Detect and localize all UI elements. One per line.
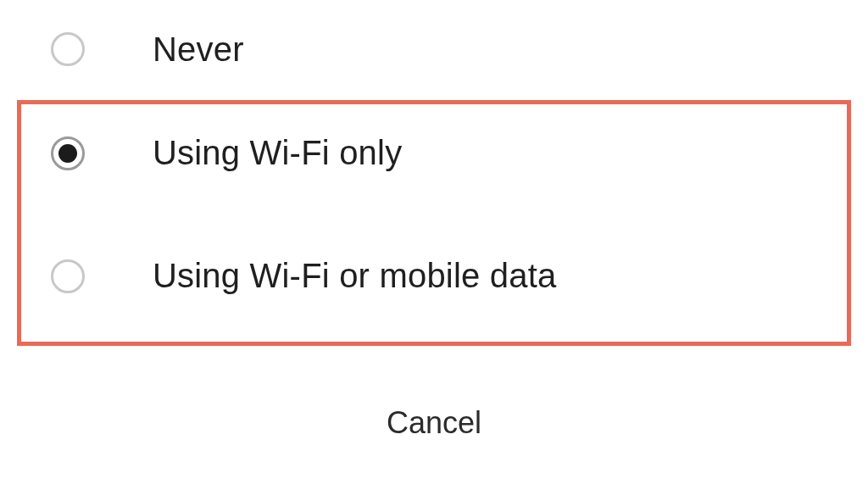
dialog-actions: Cancel [0,398,868,448]
radio-icon-selected [51,136,85,170]
radio-option-wifi-or-mobile[interactable]: Using Wi-Fi or mobile data [0,214,868,337]
radio-icon [51,259,85,293]
cancel-button[interactable]: Cancel [366,398,502,448]
radio-label: Using Wi-Fi or mobile data [153,257,556,295]
radio-option-wifi-only[interactable]: Using Wi-Fi only [0,92,868,214]
radio-label: Using Wi-Fi only [153,134,402,172]
radio-icon [51,32,85,66]
radio-option-never[interactable]: Never [0,7,868,92]
dialog-root: Never Using Wi-Fi only Using Wi-Fi or mo… [0,0,868,490]
radio-label: Never [153,31,244,69]
